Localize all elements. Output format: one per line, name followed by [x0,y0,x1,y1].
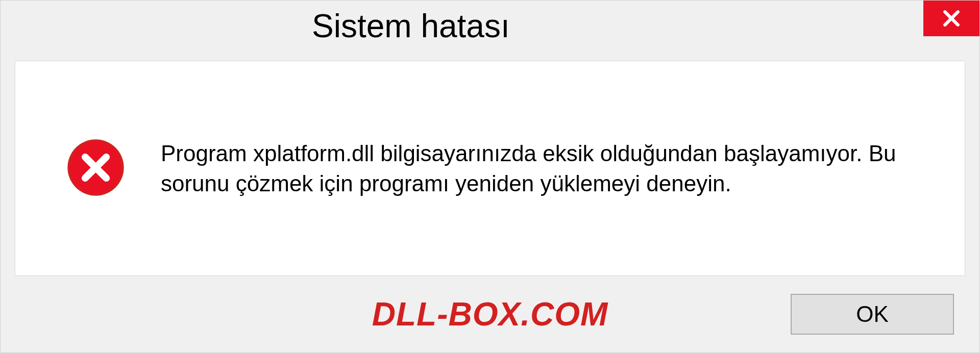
error-icon [66,138,125,199]
close-icon [942,9,961,28]
content-area: Program xplatform.dll bilgisayarınızda e… [15,61,965,276]
ok-button[interactable]: OK [791,294,954,335]
watermark-text: DLL-BOX.COM [372,295,608,333]
error-message: Program xplatform.dll bilgisayarınızda e… [161,138,934,199]
close-button[interactable] [923,1,979,36]
titlebar: Sistem hatası [1,1,979,52]
dialog-footer: DLL-BOX.COM OK [1,276,979,352]
dialog-title: Sistem hatası [312,7,510,45]
error-dialog: Sistem hatası Program xplatform.dll bilg… [0,0,980,353]
